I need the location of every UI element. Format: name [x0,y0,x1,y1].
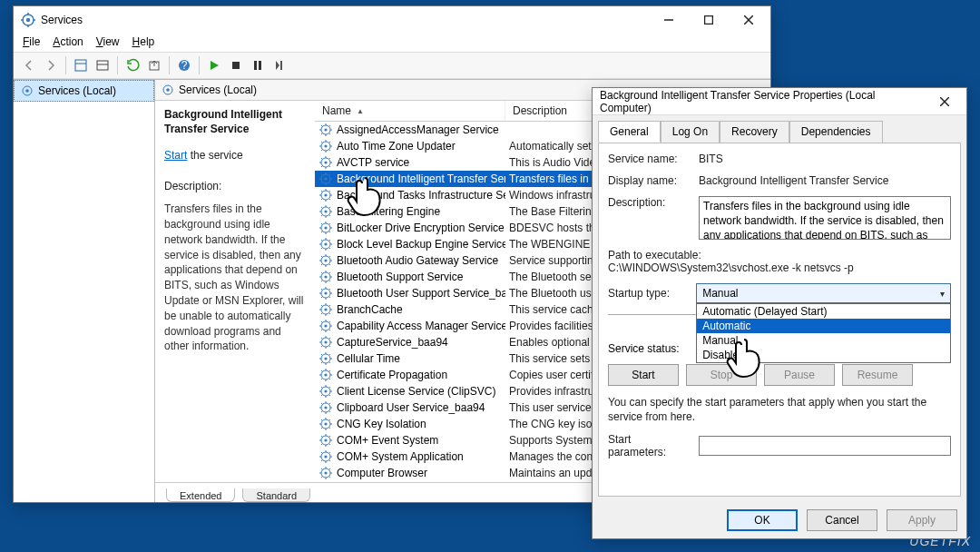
svg-point-106 [324,259,327,261]
svg-line-221 [321,436,323,438]
detail-description: Transfers files in the background using … [164,202,306,354]
svg-line-71 [321,191,323,192]
tab-extended[interactable]: Extended [166,488,235,502]
service-name: Clipboard User Service_baa94 [337,401,485,414]
tab-standard[interactable]: Standard [242,488,310,502]
svg-line-211 [321,419,323,421]
svg-line-133 [321,297,323,299]
service-name: AVCTP service [337,156,409,169]
svg-rect-10 [75,60,86,71]
refresh-icon[interactable] [122,55,142,75]
service-gear-icon [318,449,333,464]
cancel-button[interactable]: Cancel [807,509,877,531]
svg-point-226 [324,455,327,458]
window-title: Services [41,14,649,26]
menu-action[interactable]: Action [53,35,83,48]
svg-line-184 [329,370,331,372]
menubar[interactable]: File Action View Help [14,34,770,53]
svg-line-92 [329,232,331,233]
svg-line-191 [321,387,323,389]
svg-line-172 [329,362,331,364]
svg-line-233 [321,460,323,462]
svg-line-234 [329,452,331,454]
startup-type-dropdown[interactable]: Manual ▾ Automatic (Delayed Start) Autom… [696,283,951,303]
menu-view[interactable]: View [96,35,120,48]
svg-line-232 [329,460,331,462]
maximize-button[interactable] [689,7,729,33]
service-gear-icon [318,335,333,350]
display-name-label: Display name: [608,174,690,187]
tree-item-label: Services (Local) [38,84,116,97]
start-params-input[interactable] [699,436,951,456]
properties-dialog[interactable]: Background Intelligent Transfer Service … [592,87,967,539]
svg-point-22 [25,89,29,93]
startup-option-delayed[interactable]: Automatic (Delayed Start) [697,304,950,319]
service-gear-icon [318,286,333,301]
svg-rect-7 [705,16,713,25]
close-button[interactable] [729,7,769,33]
pause-service-icon[interactable] [248,55,268,75]
service-name-value: BITS [699,153,951,165]
svg-line-122 [329,281,331,282]
start-params-note: You can specify the start parameters tha… [608,395,951,424]
ok-button[interactable]: OK [727,509,798,531]
pane-title: Services (Local) [179,84,257,96]
column-header-name[interactable]: Name▲ [315,101,505,121]
tab-logon[interactable]: Log On [661,121,720,143]
properties-icon[interactable] [93,55,113,75]
dialog-titlebar[interactable]: Background Intelligent Transfer Service … [593,88,966,115]
svg-line-223 [321,444,323,446]
stop-service-icon[interactable] [226,55,246,75]
service-gear-icon [318,123,333,137]
service-gear-icon [318,155,333,170]
svg-rect-18 [254,61,257,70]
export-icon[interactable] [144,55,164,75]
restart-service-icon[interactable] [270,55,289,75]
svg-line-121 [321,272,323,274]
console-tree[interactable]: Services (Local) [14,80,155,502]
pause-button[interactable]: Pause [764,364,835,386]
svg-point-156 [324,340,327,343]
svg-line-142 [329,313,331,315]
minimize-button[interactable] [649,7,689,33]
tab-dependencies[interactable]: Dependencies [789,121,883,143]
nav-forward-icon[interactable] [41,55,61,75]
svg-line-64 [329,174,331,176]
startup-option-automatic[interactable]: Automatic [697,319,950,333]
svg-point-216 [324,439,327,441]
description-textbox[interactable]: Transfers files in the background using … [699,196,951,240]
service-name: Bluetooth Support Service [337,271,463,283]
svg-line-213 [321,428,323,429]
svg-line-52 [329,166,331,168]
svg-line-74 [329,191,331,192]
start-service-icon[interactable] [204,55,224,75]
svg-line-73 [321,199,323,201]
start-button[interactable]: Start [608,364,679,386]
svg-line-123 [321,281,323,282]
tree-item-services-local[interactable]: Services (Local) [14,80,154,102]
svg-line-141 [321,305,323,307]
svg-point-56 [324,177,327,180]
svg-line-82 [329,215,331,217]
nav-back-icon[interactable] [19,55,39,75]
property-tabs[interactable]: General Log On Recovery Dependencies [593,115,966,143]
svg-line-171 [321,354,323,356]
apply-button[interactable]: Apply [887,509,957,531]
details-view-icon[interactable] [71,55,91,75]
svg-point-136 [324,308,327,310]
menu-help[interactable]: Help [132,35,155,48]
tab-recovery[interactable]: Recovery [720,121,789,143]
svg-point-186 [324,389,327,392]
titlebar[interactable]: Services [14,6,770,34]
help-icon[interactable]: ? [174,55,194,75]
service-gear-icon [318,417,333,431]
tab-general[interactable]: General [598,121,661,143]
service-gear-icon [318,384,333,399]
menu-file[interactable]: File [23,35,40,48]
svg-point-36 [324,144,327,147]
dialog-close-button[interactable] [925,89,965,114]
resume-button[interactable]: Resume [842,364,913,386]
display-name-value: Background Intelligent Transfer Service [699,174,951,187]
start-service-link[interactable]: Start [164,149,187,162]
svg-line-244 [329,468,331,470]
